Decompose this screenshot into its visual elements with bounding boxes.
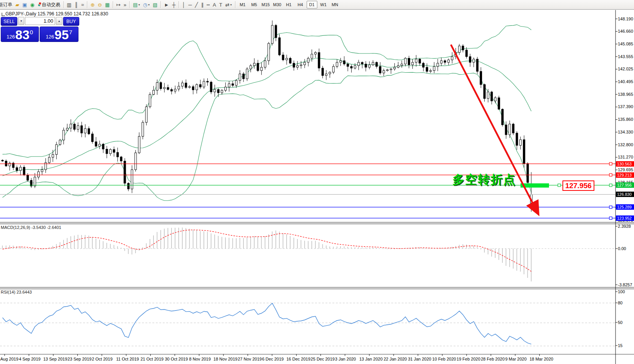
candle-down	[124, 161, 126, 183]
volume-input[interactable]	[25, 17, 55, 25]
candle-up	[239, 74, 241, 80]
date-label: 22 Jan 2020	[384, 357, 407, 361]
bar-chart-icon[interactable]: ▥	[66, 1, 73, 8]
toolbar-separator	[87, 1, 87, 8]
candle-up	[329, 72, 331, 74]
new-order-button[interactable]: 新订单	[0, 1, 13, 8]
candle-down	[527, 164, 529, 182]
trendline-tool-icon[interactable]: ╱	[194, 1, 199, 8]
macd-histogram-bar	[13, 245, 14, 249]
toolbar-separator	[179, 1, 179, 8]
macd-histogram-bar	[462, 244, 463, 249]
macd-histogram-bar	[70, 236, 71, 249]
volume-increase-button[interactable]: ▲	[56, 17, 62, 25]
text-tool-icon[interactable]: A	[212, 1, 217, 8]
line-endpoint-marker[interactable]	[558, 184, 561, 187]
auto-trading-button[interactable]: ● 自动交易	[37, 1, 62, 8]
macd-histogram-bar	[20, 246, 21, 249]
chart-canvas[interactable]	[0, 0, 634, 364]
sell-price-quote[interactable]: 126830	[1, 27, 39, 42]
macd-histogram-bar	[24, 247, 25, 249]
chart-shift-icon[interactable]: »	[122, 1, 127, 8]
candle-up	[250, 66, 252, 69]
date-label: 19 Feb 2020	[457, 357, 481, 361]
zoom-in-icon[interactable]: ⊕	[89, 1, 96, 8]
macd-histogram-bar	[254, 236, 255, 249]
macd-histogram-bar	[247, 237, 247, 249]
tile-windows-icon[interactable]: ▦	[104, 1, 111, 8]
line-endpoint-marker[interactable]	[609, 206, 612, 209]
period-clock-button[interactable]: ◷▾	[142, 1, 151, 8]
candle-up	[286, 58, 288, 60]
macd-histogram-bar	[527, 249, 528, 278]
gold-bars-icon[interactable]: ▰	[14, 1, 20, 8]
candle-up	[34, 177, 36, 186]
timeframe-button-m15[interactable]: M15	[260, 1, 271, 8]
candle-down	[207, 81, 209, 82]
auto-scroll-icon[interactable]: ↦	[115, 1, 122, 8]
macd-histogram-bar	[513, 249, 514, 269]
rsi-panel[interactable]	[0, 303, 616, 346]
arrows-tool-icon[interactable]: ⇄▾	[224, 1, 233, 8]
template-button[interactable]: ▧	[152, 1, 158, 8]
macd-histogram-bar	[204, 231, 204, 249]
line-endpoint-marker[interactable]	[609, 184, 612, 187]
fibonacci-tool-icon[interactable]: ┅	[205, 1, 211, 8]
zoom-out-icon[interactable]: ⊖	[97, 1, 103, 8]
crosshair-icon[interactable]: ┼	[171, 1, 177, 8]
timeframe-button-m5[interactable]: M5	[249, 1, 260, 8]
label-tool-icon[interactable]: T	[218, 1, 224, 8]
timeframe-button-d1[interactable]: D1	[307, 1, 317, 8]
candle-down	[516, 133, 518, 145]
panel-divider[interactable]	[0, 289, 634, 289]
price-tag-label[interactable]: 127.956	[562, 180, 594, 191]
date-label: 9 Mar 2020	[505, 357, 527, 361]
candle-down	[523, 140, 525, 164]
terminal-icon[interactable]: ▣	[21, 1, 28, 8]
timeframe-button-h1[interactable]: H1	[284, 1, 294, 8]
timeframe-button-m1[interactable]: M1	[237, 1, 248, 8]
line-endpoint-marker[interactable]	[609, 174, 612, 176]
buy-price-quote[interactable]: 126957	[40, 27, 78, 42]
candle-up	[494, 98, 496, 101]
candle-down	[318, 52, 320, 68]
line-endpoint-marker[interactable]	[609, 217, 612, 219]
line-chart-icon[interactable]: ≈	[80, 1, 85, 8]
macd-histogram-bar	[427, 248, 427, 249]
sell-button[interactable]: SELL	[1, 17, 17, 26]
macd-histogram-bar	[117, 246, 118, 249]
macd-histogram-bar	[297, 239, 298, 249]
macd-histogram-bar	[35, 249, 35, 250]
panel-divider[interactable]	[0, 222, 634, 222]
price-axis-label: 132.800	[618, 142, 633, 147]
candle-up	[268, 43, 270, 61]
new-chart-button[interactable]: ▤▾	[132, 1, 141, 8]
candle-up	[55, 145, 57, 155]
timeframe-button-h4[interactable]: H4	[295, 1, 306, 8]
line-endpoint-marker[interactable]	[609, 162, 612, 165]
cursor-icon[interactable]: ►	[163, 1, 170, 8]
panel-divider[interactable]	[0, 224, 634, 224]
candle-down	[361, 62, 363, 64]
macd-histogram-bar	[481, 249, 481, 249]
price-panel[interactable]	[0, 20, 616, 219]
buy-button[interactable]: BUY	[63, 17, 79, 26]
candle-up	[110, 150, 112, 154]
channel-tool-icon[interactable]: ∥	[200, 1, 205, 8]
macd-histogram-bar	[153, 235, 154, 249]
candle-down	[502, 109, 504, 125]
panel-divider[interactable]	[0, 287, 634, 287]
timeframe-button-m30[interactable]: M30	[272, 1, 283, 8]
timeframe-button-w1[interactable]: W1	[318, 1, 329, 8]
macd-panel[interactable]	[0, 227, 616, 281]
candlestick-chart-icon[interactable]: ║	[73, 1, 79, 8]
candle-up	[390, 69, 392, 70]
timeframe-button-mn[interactable]: MN	[330, 1, 340, 8]
price-axis-label: 135.860	[618, 117, 633, 122]
vertical-line-tool-icon[interactable]: │	[181, 1, 186, 8]
macd-histogram-bar	[200, 231, 201, 249]
radar-icon[interactable]: ◉	[29, 1, 35, 8]
date-label: 13 Sep 2019	[43, 357, 67, 361]
volume-decrease-button[interactable]: ▼	[18, 17, 24, 25]
horizontal-line-tool-icon[interactable]: ─	[187, 1, 193, 8]
